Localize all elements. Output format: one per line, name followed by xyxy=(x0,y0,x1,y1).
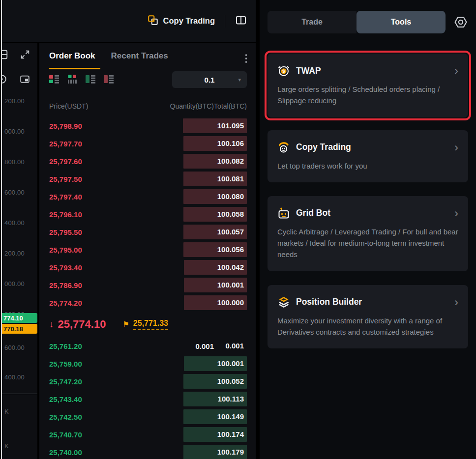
total-cell: 100.174 xyxy=(183,427,247,442)
orderbook-view-modes xyxy=(49,75,114,86)
combined-book-icon[interactable] xyxy=(49,75,59,86)
total-cell: 0.001 xyxy=(183,339,247,353)
price-axis-label: 000.00 xyxy=(4,128,25,135)
total-cell: 100.080 xyxy=(183,189,247,204)
price-axis-label: 200.00 xyxy=(4,250,25,257)
ask-row[interactable]: 25,795.000.014100.056 xyxy=(39,241,256,258)
orderbook-asks: 25,798.900.989101.09525,797.700.024100.1… xyxy=(39,117,256,312)
split-columns-book-icon[interactable] xyxy=(67,75,77,86)
bid-row[interactable]: 25,742.500.036100.149 xyxy=(39,408,256,426)
total-cell: 100.149 xyxy=(183,409,247,424)
total-value: 100.000 xyxy=(217,295,244,310)
total-value: 100.113 xyxy=(218,392,244,406)
bid-row[interactable]: 25,743.400.061100.113 xyxy=(39,390,256,408)
volume-axis-label: K xyxy=(4,408,9,415)
pane-layout-icon[interactable] xyxy=(2,49,8,62)
tool-card-description: Maximize your investment diversity with … xyxy=(277,315,458,338)
orderbook-column-headers: Price(USDT) Quantity(BTC) Total(BTC) xyxy=(39,102,256,112)
total-cell: 100.001 xyxy=(183,278,247,292)
mark-price-tag: 770.18 xyxy=(2,324,37,334)
ask-row[interactable]: 25,798.900.989101.095 xyxy=(39,117,256,135)
tick-size-dropdown[interactable]: 0.1 ▾ xyxy=(172,71,247,88)
bid-row[interactable]: 25,761.200.0010.001 xyxy=(39,337,256,355)
kebab-menu-icon[interactable] xyxy=(244,53,248,64)
bids-only-book-icon[interactable] xyxy=(86,75,95,86)
topbar: Copy Trading xyxy=(2,0,256,42)
last-price-tag: 774.10 xyxy=(2,313,37,323)
asks-only-book-icon[interactable] xyxy=(104,75,114,86)
tool-card-title: TWAP xyxy=(296,66,321,76)
chevron-down-icon: ▾ xyxy=(238,77,241,83)
ask-row[interactable]: 25,786.900.001100.001 xyxy=(39,276,256,294)
chart-price-axis: 200.00000.00800.00600.00400.00200.00000.… xyxy=(2,43,37,459)
total-cell: 100.056 xyxy=(183,242,247,257)
ask-row[interactable]: 25,797.700.024100.106 xyxy=(39,135,256,152)
tool-card-title: Position Builder xyxy=(296,297,362,307)
ask-row[interactable]: 25,774.20100.000100.000 xyxy=(39,294,256,312)
total-value: 100.179 xyxy=(217,445,244,459)
mark-price[interactable]: 25,771.33 xyxy=(133,319,168,330)
price-axis-label: 400.00 xyxy=(4,219,25,227)
flag-icon: ⚑ xyxy=(122,320,129,329)
ask-row[interactable]: 25,795.500.001100.057 xyxy=(39,223,256,241)
total-value: 100.080 xyxy=(217,189,244,204)
screenshot-icon[interactable] xyxy=(20,74,30,86)
price-axis-label: 800.00 xyxy=(4,158,25,166)
topbar-divider xyxy=(225,15,225,28)
total-value: 100.149 xyxy=(217,409,244,424)
tool-card-title: Copy Trading xyxy=(296,142,351,152)
total-cell: 100.113 xyxy=(183,392,247,406)
tab-trade[interactable]: Trade xyxy=(268,11,357,33)
twap-clock-icon: $ xyxy=(277,64,290,77)
tag-icon[interactable] xyxy=(2,74,7,86)
total-cell: 100.001 xyxy=(183,356,247,371)
tab-tools[interactable]: Tools xyxy=(357,11,446,33)
chevron-right-icon: › xyxy=(454,142,458,153)
total-cell: 100.058 xyxy=(183,207,247,222)
bid-row[interactable]: 25,740.700.025100.174 xyxy=(39,426,256,443)
bid-row[interactable]: 25,747.200.051100.052 xyxy=(39,373,256,390)
total-value: 100.057 xyxy=(217,225,244,239)
gear-icon[interactable] xyxy=(453,15,468,29)
tab-order-book[interactable]: Order Book xyxy=(49,51,95,61)
price-axis-label: 000.00 xyxy=(4,280,25,287)
total-value: 100.174 xyxy=(217,427,244,442)
bid-row[interactable]: 25,740.000.005100.179 xyxy=(39,443,256,459)
expand-icon[interactable] xyxy=(20,49,30,62)
total-value: 100.058 xyxy=(217,207,244,222)
total-cell: 100.057 xyxy=(183,225,247,239)
total-value: 100.106 xyxy=(217,136,244,151)
bid-row[interactable]: 25,759.00100.000100.001 xyxy=(39,355,256,373)
last-price-row: ↓ 25,774.10 ⚑ 25,771.33 xyxy=(39,312,256,337)
volume-axis-label: K xyxy=(4,442,9,450)
total-cell: 100.042 xyxy=(183,260,247,275)
total-value: 100.052 xyxy=(217,374,244,389)
total-value: 100.082 xyxy=(217,154,244,169)
total-value: 100.001 xyxy=(217,278,244,292)
pane-divider xyxy=(2,394,37,394)
tool-card-copy-trading[interactable]: Copy Trading›Let top traders work for yo… xyxy=(268,130,468,182)
copy-trading-button[interactable]: Copy Trading xyxy=(148,15,215,28)
ask-row[interactable]: 25,797.600.001100.082 xyxy=(39,152,256,170)
tool-card-description: Large orders splitting / Scheduled order… xyxy=(277,84,458,107)
ask-row[interactable]: 25,796.100.001100.058 xyxy=(39,205,256,223)
tool-card-grid-bot[interactable]: Grid Bot›Cyclic Arbitrage / Leveraged Tr… xyxy=(268,196,468,271)
trading-app-screen: Copy Trading xyxy=(0,0,476,459)
tool-card-twap[interactable]: $TWAP›Large orders splitting / Scheduled… xyxy=(268,54,468,117)
tool-card-position-builder[interactable]: Position Builder›Maximize your investmen… xyxy=(268,285,468,349)
ask-row[interactable]: 25,793.400.041100.042 xyxy=(39,258,256,276)
active-tab-underline xyxy=(49,68,100,69)
total-cell: 100.106 xyxy=(183,136,247,151)
total-value: 100.042 xyxy=(217,260,244,275)
orderbook-layout-icon[interactable] xyxy=(235,14,247,28)
ask-row[interactable]: 25,797.400.022100.080 xyxy=(39,188,256,205)
price-axis-label: 400.00 xyxy=(4,373,25,381)
chevron-right-icon: › xyxy=(454,296,458,308)
tick-size-value: 0.1 xyxy=(205,76,215,84)
tool-card-header: Grid Bot› xyxy=(277,207,458,220)
tab-recent-trades[interactable]: Recent Trades xyxy=(111,51,168,61)
arrow-down-icon: ↓ xyxy=(49,319,54,330)
price-axis-label: 200.00 xyxy=(4,97,25,105)
ask-row[interactable]: 25,797.500.001100.081 xyxy=(39,170,256,188)
total-cell: 101.095 xyxy=(183,118,247,133)
